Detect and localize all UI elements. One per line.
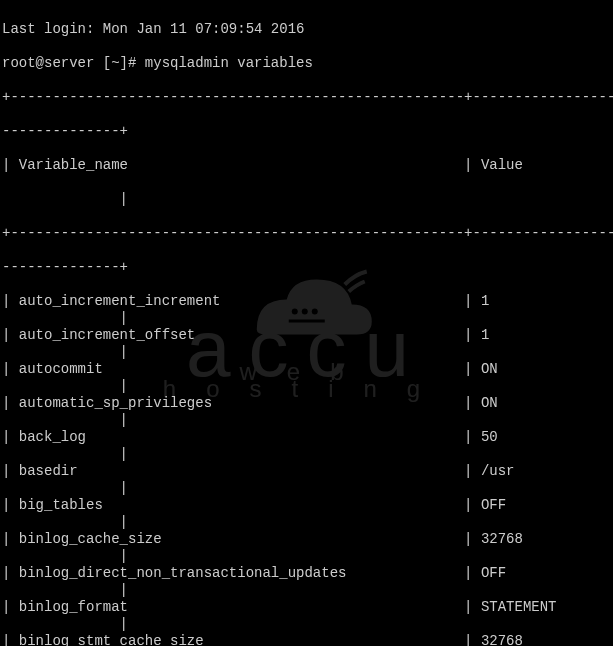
- border-cont-line: --------------+: [2, 123, 611, 140]
- table-row: | binlog_cache_size | 32768: [2, 531, 611, 548]
- border-cont-line: --------------+: [2, 259, 611, 276]
- table-row-cont: |: [2, 412, 611, 429]
- table-row: | binlog_direct_non_transactional_update…: [2, 565, 611, 582]
- table-row-cont: |: [2, 446, 611, 463]
- prompt-line: root@server [~]# mysqladmin variables: [2, 55, 611, 72]
- table-row-cont: |: [2, 548, 611, 565]
- table-row-cont: |: [2, 480, 611, 497]
- table-row-cont: |: [2, 344, 611, 361]
- table-row-cont: |: [2, 378, 611, 395]
- table-row-cont: |: [2, 514, 611, 531]
- header-cont-line: |: [2, 191, 611, 208]
- table-rows: | auto_increment_increment | 1 || auto_i…: [2, 293, 611, 646]
- table-row: | binlog_stmt_cache_size | 32768: [2, 633, 611, 646]
- table-row-cont: |: [2, 616, 611, 633]
- table-row: | basedir | /usr: [2, 463, 611, 480]
- table-row: | automatic_sp_privileges | ON: [2, 395, 611, 412]
- terminal-output: Last login: Mon Jan 11 07:09:54 2016 roo…: [0, 0, 613, 646]
- table-row-cont: |: [2, 582, 611, 599]
- table-row: | auto_increment_increment | 1: [2, 293, 611, 310]
- table-row: | back_log | 50: [2, 429, 611, 446]
- table-row: | big_tables | OFF: [2, 497, 611, 514]
- table-row-cont: |: [2, 310, 611, 327]
- table-row: | auto_increment_offset | 1: [2, 327, 611, 344]
- border-line: +---------------------------------------…: [2, 225, 611, 242]
- table-row: | binlog_format | STATEMENT: [2, 599, 611, 616]
- table-row: | autocommit | ON: [2, 361, 611, 378]
- last-login-line: Last login: Mon Jan 11 07:09:54 2016: [2, 21, 611, 38]
- header-line: | Variable_name | Value: [2, 157, 611, 174]
- border-line: +---------------------------------------…: [2, 89, 611, 106]
